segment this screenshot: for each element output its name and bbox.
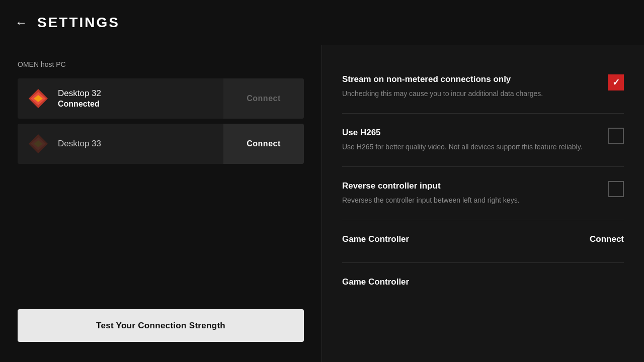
device-name-desktop33: Desktop 33 — [58, 139, 101, 149]
checkbox-reverse-controller[interactable] — [608, 181, 624, 197]
setting-text-reverse-controller: Reverse controller input Reverses the co… — [342, 181, 608, 206]
setting-row-h265: Use H265 Use H265 for better quality vid… — [342, 114, 624, 167]
device-info-desktop33: Desktop 33 — [18, 124, 223, 164]
setting-desc-reverse-controller: Reverses the controller input between le… — [342, 195, 593, 206]
setting-title-game-controller-1: Game Controller — [342, 234, 575, 244]
setting-control-reverse-controller — [608, 181, 624, 197]
device-info-desktop32: Desktop 32 Connected — [18, 78, 223, 119]
setting-row-nonmetered: Stream on non-metered connections only U… — [342, 60, 624, 114]
setting-text-h265: Use H265 Use H265 for better quality vid… — [342, 128, 608, 152]
back-icon: ← — [15, 16, 27, 30]
checkbox-h265[interactable] — [608, 128, 624, 144]
game-controller-connect-link-1[interactable]: Connect — [590, 234, 624, 244]
checkbox-nonmetered[interactable] — [608, 74, 624, 90]
device-name-group-desktop33: Desktop 33 — [58, 139, 101, 149]
setting-row-game-controller-2: Game Controller — [342, 263, 624, 305]
setting-desc-nonmetered: Unchecking this may cause you to incur a… — [342, 88, 593, 99]
setting-text-nonmetered: Stream on non-metered connections only U… — [342, 74, 608, 99]
setting-row-game-controller-1: Game Controller Connect — [342, 220, 624, 263]
section-label: OMEN host PC — [18, 60, 304, 68]
device-name-group-desktop32: Desktop 32 Connected — [58, 88, 101, 109]
setting-text-game-controller-1: Game Controller — [342, 234, 590, 248]
left-panel: OMEN host PC Desktop 32 Connected Connec… — [0, 45, 322, 362]
test-connection-button[interactable]: Test Your Connection Strength — [18, 309, 304, 342]
right-panel: Stream on non-metered connections only U… — [322, 45, 644, 362]
device-card-desktop32: Desktop 32 Connected Connect — [18, 78, 304, 119]
device-name-desktop32: Desktop 32 — [58, 88, 101, 99]
connect-button-desktop32[interactable]: Connect — [223, 78, 304, 119]
setting-row-reverse-controller: Reverse controller input Reverses the co… — [342, 167, 624, 220]
page-title: SETTINGS — [37, 15, 120, 31]
back-button[interactable]: ← — [15, 16, 27, 30]
omen-icon-desktop33 — [28, 133, 49, 154]
device-status-desktop32: Connected — [58, 100, 101, 109]
setting-title-game-controller-2: Game Controller — [342, 277, 609, 287]
setting-title-reverse-controller: Reverse controller input — [342, 181, 593, 191]
omen-icon-desktop32 — [28, 88, 49, 109]
setting-control-nonmetered — [608, 74, 624, 90]
header: ← SETTINGS — [0, 0, 644, 45]
setting-title-h265: Use H265 — [342, 128, 593, 138]
setting-title-nonmetered: Stream on non-metered connections only — [342, 74, 593, 84]
device-card-desktop33: Desktop 33 Connect — [18, 124, 304, 164]
main-layout: OMEN host PC Desktop 32 Connected Connec… — [0, 45, 644, 362]
setting-control-h265 — [608, 128, 624, 144]
connect-button-desktop33[interactable]: Connect — [223, 124, 304, 164]
setting-text-game-controller-2: Game Controller — [342, 277, 624, 291]
setting-control-game-controller-1: Connect — [590, 234, 624, 244]
setting-desc-h265: Use H265 for better quality video. Not a… — [342, 142, 593, 152]
